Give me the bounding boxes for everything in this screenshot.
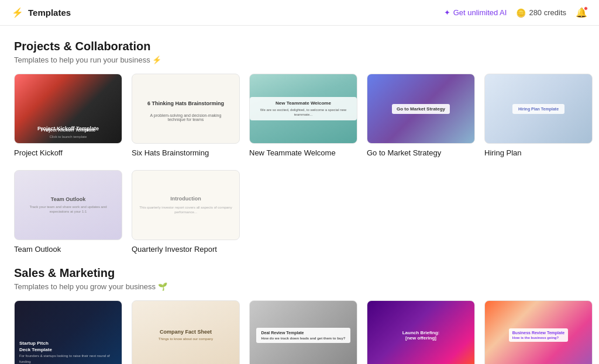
template-grid-projects: Project Kickoff Template Click to launch… [14, 74, 585, 158]
thumb-title-new-teammate: New Teammate Welcome [254, 100, 352, 106]
template-thumb-six-hats: 6 Thinking Hats Brainstorming A problem-… [132, 74, 240, 144]
section-subtitle-sales: Templates to help you grow your business… [14, 282, 585, 291]
thumb-content-launch-briefing: Launch Briefing:[new offering] [398, 325, 445, 345]
template-thumb-startup-pitch: Startup PitchDeck TemplateFor founders &… [14, 300, 122, 364]
thumb-content-company-fact: Company Fact Sheet Things to know about … [153, 323, 219, 348]
thumb-body-quarterly-investor: This quarterly investor report covers al… [138, 205, 233, 215]
thumb-title-quarterly-investor: Introduction [138, 196, 233, 202]
thumb-title-company-fact: Company Fact Sheet [159, 329, 213, 335]
app-header: ⚡ Templates ✦ Get unlimited AI 🪙 280 cre… [0, 0, 599, 26]
template-name-go-to-market: Go to Market Strategy [367, 148, 475, 158]
template-name-team-outlook: Team Outlook [14, 245, 122, 255]
template-card-company-fact[interactable]: Company Fact Sheet Things to know about … [132, 300, 240, 364]
template-card-new-teammate[interactable]: New Teammate Welcome We are so excited, … [249, 74, 357, 158]
thumb-title-deal-review: Deal Review Template [261, 331, 345, 335]
section-projects-row2: Team Outlook Track your team and share w… [14, 170, 585, 255]
section-projects-collaboration: Projects & Collaboration Templates to he… [14, 40, 585, 158]
thumb-content-deal-review: Deal Review Template How do we track dow… [256, 328, 350, 343]
template-name-six-hats: Six Hats Brainstorming [132, 148, 240, 158]
thumb-content-startup-pitch: Startup PitchDeck TemplateFor founders &… [19, 341, 117, 364]
lightning-icon: ⚡ [12, 7, 23, 18]
template-thumb-team-outlook: Team Outlook Track your team and share w… [14, 170, 122, 240]
template-card-launch-briefing[interactable]: Launch Briefing:[new offering] Launch Br… [367, 300, 475, 364]
template-card-deal-review[interactable]: Deal Review Template How do we track dow… [249, 300, 357, 364]
thumb-content-qbr: Business Review Template How is the busi… [509, 328, 568, 342]
template-grid-sales: Startup PitchDeck TemplateFor founders &… [14, 300, 585, 364]
template-thumb-quarterly-investor: Introduction This quarterly investor rep… [132, 170, 240, 240]
thumb-title-six-hats: 6 Thinking Hats Brainstorming [143, 96, 229, 111]
coins-icon: 🪙 [516, 8, 526, 18]
header-right: ✦ Get unlimited AI 🪙 280 credits 🔔 [444, 7, 587, 18]
thumb-content-hiring-plan: Hiring Plan Template [512, 104, 564, 114]
template-thumb-company-fact: Company Fact Sheet Things to know about … [132, 300, 240, 364]
thumb-content-quarterly-investor: Introduction This quarterly investor rep… [132, 190, 239, 221]
section-sales-marketing: Sales & Marketing Templates to help you … [14, 266, 585, 364]
template-card-project-kickoff[interactable]: Project Kickoff Template Click to launch… [14, 74, 122, 158]
template-thumb-qbr: Business Review Template How is the busi… [484, 300, 593, 364]
notification-bell[interactable]: 🔔 [576, 7, 587, 18]
main-content: Projects & Collaboration Templates to he… [0, 26, 599, 364]
template-grid-projects-row2: Team Outlook Track your team and share w… [14, 170, 585, 255]
section-subtitle-projects: Templates to help you run your business … [14, 56, 585, 64]
template-thumb-deal-review: Deal Review Template How do we track dow… [249, 300, 357, 364]
template-name-hiring-plan: Hiring Plan [484, 148, 593, 158]
thumb-subtext-project-kickoff: Click to launch template [20, 135, 116, 138]
section-title-projects: Projects & Collaboration [14, 40, 585, 53]
template-thumb-go-to-market: Go to Market Strategy [367, 74, 475, 144]
template-card-hiring-plan[interactable]: Hiring Plan Template Hiring Plan [484, 74, 593, 158]
sparkle-icon: ✦ [444, 8, 450, 17]
template-card-quarterly-investor[interactable]: Introduction This quarterly investor rep… [132, 170, 240, 255]
get-unlimited-button[interactable]: ✦ Get unlimited AI [444, 8, 507, 17]
template-name-project-kickoff: Project Kickoff [14, 148, 122, 158]
thumb-content-go-to-market: Go to Market Strategy [392, 104, 450, 114]
template-card-qbr[interactable]: Business Review Template How is the busi… [484, 300, 593, 364]
app-title: Templates [28, 8, 71, 18]
sprout-emoji: 🌱 [158, 282, 167, 291]
template-card-go-to-market[interactable]: Go to Market Strategy Go to Market Strat… [367, 74, 475, 158]
header-left: ⚡ Templates [12, 7, 71, 18]
lightning-emoji: ⚡ [152, 56, 161, 64]
template-card-startup-pitch[interactable]: Startup PitchDeck TemplateFor founders &… [14, 300, 122, 364]
thumb-title-team-outlook: Team Outlook [22, 196, 115, 202]
template-name-new-teammate: New Teammate Welcome [249, 148, 357, 158]
template-thumb-project-kickoff: Project Kickoff Template Click to launch… [14, 74, 122, 144]
thumb-body-deal-review: How do we track down leads and get them … [261, 337, 345, 340]
credits-display: 🪙 280 credits [516, 8, 566, 18]
thumb-content-new-teammate: New Teammate Welcome We are so excited, … [250, 97, 357, 121]
thumb-content-team-outlook: Team Outlook Track your team and share w… [15, 189, 122, 221]
thumb-sub-six-hats: A problem-solving and decision-making te… [138, 113, 233, 122]
get-unlimited-label: Get unlimited AI [453, 8, 507, 17]
template-thumb-new-teammate: New Teammate Welcome We are so excited, … [249, 74, 357, 144]
credits-label: 280 credits [529, 8, 566, 17]
thumb-body-new-teammate: We are so excited, delighted, to welcome… [254, 108, 352, 117]
template-thumb-hiring-plan: Hiring Plan Template [484, 74, 593, 144]
thumb-body-qbr: How is the business going? [512, 336, 564, 339]
thumb-title-qbr: Business Review Template [512, 331, 564, 335]
thumb-body-team-outlook: Track your team and share work and updat… [22, 204, 115, 214]
thumb-text-project-kickoff: Project Kickoff Template [20, 127, 116, 133]
template-card-six-hats[interactable]: 6 Thinking Hats Brainstorming A problem-… [132, 74, 240, 158]
thumb-body-company-fact: Things to know about our company [159, 337, 213, 342]
thumb-content-six-hats: 6 Thinking Hats Brainstorming A problem-… [132, 90, 239, 127]
template-card-team-outlook[interactable]: Team Outlook Track your team and share w… [14, 170, 122, 255]
notification-dot [584, 6, 588, 11]
template-thumb-launch-briefing: Launch Briefing:[new offering] [367, 300, 475, 364]
section-title-sales: Sales & Marketing [14, 266, 585, 280]
template-name-quarterly-investor: Quarterly Investor Report [132, 245, 240, 255]
